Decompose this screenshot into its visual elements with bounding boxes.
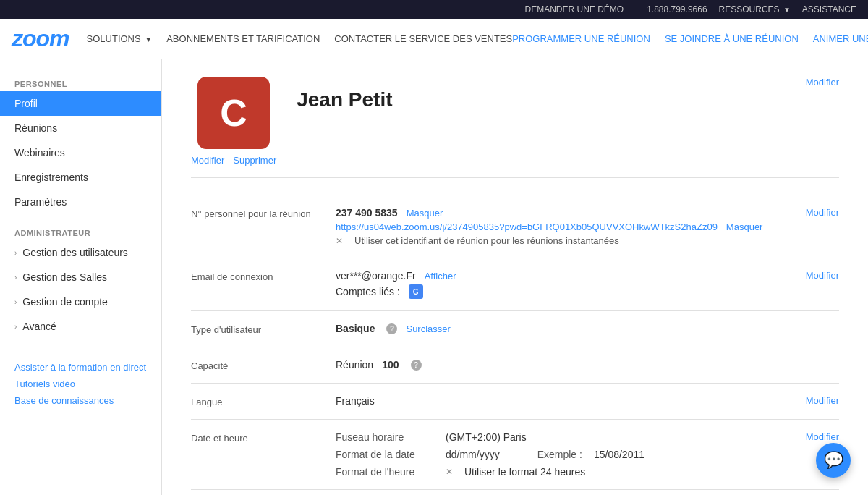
reunion-url: https://us04web.zoom.us/j/2374905835?pwd… (336, 221, 718, 232)
fuseau-value: (GMT+2:00) Paris (446, 431, 527, 443)
surclasser-link[interactable]: Surclasser (406, 323, 450, 334)
admin-section-title: ADMINISTRATEUR (0, 223, 161, 240)
resources-dropdown-arrow: ▼ (783, 6, 791, 14)
profil-label: Profil (14, 98, 38, 109)
comptes-row: Comptes liés : G (336, 284, 794, 299)
reunion-cap-label: Réunion (336, 359, 373, 371)
phone-link[interactable]: 1.888.799.9666 (647, 4, 707, 14)
x-icon: ✕ (336, 236, 343, 246)
fuseau-label: Fuseau horaire (336, 431, 437, 443)
format-date-value: dd/mm/yyyy (446, 449, 500, 460)
user-type-label: Type d'utilisateur (191, 323, 336, 335)
sidebar-item-parametres[interactable]: Paramètres (0, 190, 161, 214)
gestion-salles-label: Gestion des Salles (22, 271, 107, 283)
comptes-label: Comptes liés : (336, 286, 400, 297)
capacite-section: Capacité Réunion 100 ? (191, 347, 839, 384)
format-heure-hint: Utiliser le format 24 heures (464, 466, 585, 478)
content: C Modifier Supprimer Jean Petit Modifier… (162, 59, 868, 495)
logo[interactable]: zoom (12, 25, 69, 52)
date-heure-modifier-link[interactable]: Modifier (806, 431, 839, 442)
reunion-hint-row: ✕ Utiliser cet identifiant de réunion po… (336, 235, 794, 246)
solutions-label: SOLUTIONS (87, 33, 141, 44)
capacite-row: Réunion 100 ? (336, 359, 839, 371)
base-link[interactable]: Base de connaissances (14, 395, 147, 406)
abonnements-nav[interactable]: ABONNEMENTS ET TARIFICATION (166, 33, 320, 44)
user-type-value: Basique (336, 323, 375, 334)
enregistrements-label: Enregistrements (14, 172, 88, 183)
gestion-compte-label: Gestion de compte (22, 296, 108, 308)
reunions-label: Réunions (14, 122, 57, 134)
sidebar-item-gestion-users[interactable]: › Gestion des utilisateurs (0, 240, 161, 265)
nav-right: PROGRAMMER UNE RÉUNION SE JOINDRE À UNE … (512, 27, 868, 51)
question-icon[interactable]: ? (386, 323, 397, 334)
contact-nav[interactable]: CONTACTER LE SERVICE DES VENTES (334, 33, 512, 44)
capacite-question-icon[interactable]: ? (411, 360, 422, 371)
avatar-supprimer-link[interactable]: Supprimer (233, 155, 276, 166)
sidebar-item-profil[interactable]: Profil (0, 91, 161, 116)
nav-bar: zoom SOLUTIONS ▼ ABONNEMENTS ET TARIFICA… (0, 19, 868, 59)
sidebar-item-enregistrements[interactable]: Enregistrements (0, 165, 161, 190)
sidebar-item-gestion-compte[interactable]: › Gestion de compte (0, 289, 161, 314)
sidebar-item-reunions[interactable]: Réunions (0, 116, 161, 140)
sidebar-item-avance[interactable]: › Avancé (0, 314, 161, 339)
sidebar: PERSONNEL Profil Réunions Webinaires Enr… (0, 59, 162, 495)
capacite-label: Capacité (191, 359, 336, 371)
reunion-url-row: https://us04web.zoom.us/j/2374905835?pwd… (336, 221, 794, 232)
solutions-arrow: ▼ (145, 35, 152, 43)
date-heure-label: Date et heure (191, 431, 336, 444)
rejoindre-nav[interactable]: SE JOINDRE À UNE RÉUNION (665, 33, 799, 44)
reunion-modifier-link[interactable]: Modifier (806, 207, 839, 218)
main-layout: PERSONNEL Profil Réunions Webinaires Enr… (0, 59, 868, 495)
avatar-letter: C (220, 91, 247, 135)
sidebar-links: Assister à la formation en direct Tutori… (0, 353, 161, 409)
date-heure-section: Date et heure Fuseau horaire (GMT+2:00) … (191, 420, 839, 490)
fuseau-row: Fuseau horaire (GMT+2:00) Paris (336, 431, 794, 443)
format-date-row: Format de la date dd/mm/yyyy Exemple : 1… (336, 449, 794, 460)
reunion-number-label: N° personnel pour la réunion (191, 207, 336, 219)
animer-nav[interactable]: ANIMER UNE RÉUNION ▼ (813, 33, 868, 44)
programmer-nav[interactable]: PROGRAMMER UNE RÉUNION (512, 33, 650, 44)
email-modifier-link[interactable]: Modifier (806, 270, 839, 281)
sidebar-item-gestion-salles[interactable]: › Gestion des Salles (0, 265, 161, 289)
format-heure-row: Format de l'heure ✕ Utiliser le format 2… (336, 466, 794, 478)
profile-header: C Modifier Supprimer Jean Petit Modifier (191, 77, 839, 178)
langue-modifier-link[interactable]: Modifier (806, 395, 839, 406)
profile-avatar-wrap: C Modifier Supprimer (191, 77, 276, 166)
formation-link[interactable]: Assister à la formation en direct (14, 362, 147, 373)
parametres-label: Paramètres (14, 196, 67, 208)
email-label: Email de connexion (191, 270, 336, 282)
format-heure-label: Format de l'heure (336, 466, 437, 478)
chat-bubble[interactable]: 💬 (816, 443, 851, 478)
capacite-value: 100 (382, 359, 399, 371)
google-icon[interactable]: G (409, 284, 423, 299)
email-content: ver***@orange.Fr Afficher Comptes liés :… (336, 270, 794, 299)
solutions-nav[interactable]: SOLUTIONS ▼ (87, 33, 153, 44)
assistance-link[interactable]: ASSISTANCE (802, 4, 856, 14)
user-type-section: Type d'utilisateur Basique ? Surclasser (191, 311, 839, 347)
chat-icon: 💬 (824, 451, 843, 470)
date-heure-content: Fuseau horaire (GMT+2:00) Paris Format d… (336, 431, 794, 478)
profile-avatar: C (197, 77, 270, 149)
langue-value: Français (336, 395, 375, 407)
capacite-content: Réunion 100 ? (336, 359, 839, 371)
sidebar-item-webinaires[interactable]: Webinaires (0, 140, 161, 165)
masquer-link-1[interactable]: Masquer (407, 208, 443, 219)
avance-label: Avancé (22, 321, 56, 332)
resources-link[interactable]: RESSOURCES ▼ (719, 4, 791, 14)
profile-edit-link[interactable]: Modifier (806, 77, 839, 88)
langue-row: Français (336, 395, 794, 407)
animer-label: ANIMER UNE RÉUNION (813, 33, 868, 44)
reunion-number-section: N° personnel pour la réunion 237 490 583… (191, 195, 839, 258)
masquer-link-2[interactable]: Masquer (726, 221, 763, 232)
email-section: Email de connexion ver***@orange.Fr Affi… (191, 258, 839, 311)
avatar-modifier-link[interactable]: Modifier (191, 155, 224, 166)
avatar-actions: Modifier Supprimer (191, 155, 276, 166)
exemple-label: Exemple : (537, 449, 582, 460)
demo-link[interactable]: DEMANDER UNE DÉMO (524, 4, 624, 14)
user-type-row: Basique ? Surclasser (336, 323, 839, 334)
chevron-icon: › (14, 249, 17, 257)
tutoriels-link[interactable]: Tutoriels vidéo (14, 378, 147, 389)
user-type-content: Basique ? Surclasser (336, 323, 839, 334)
langue-label: Langue (191, 395, 336, 407)
afficher-link[interactable]: Afficher (425, 271, 456, 282)
